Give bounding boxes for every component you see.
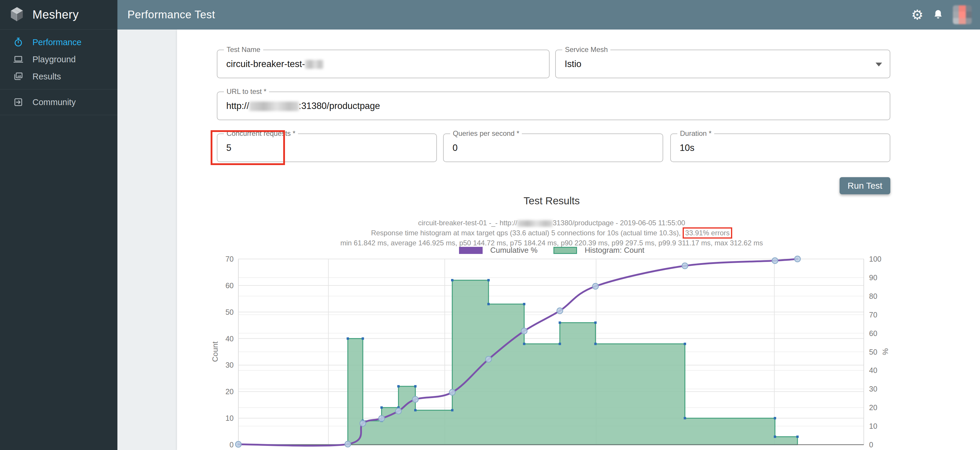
url-prefix: http:// xyxy=(226,101,249,111)
sidebar-item-label: Results xyxy=(32,72,61,81)
test-name-field[interactable]: Test Name circuit-breaker-test- xyxy=(217,49,550,78)
svg-text:30: 30 xyxy=(869,385,877,393)
timer-icon xyxy=(13,37,24,48)
test-name-label: Test Name xyxy=(224,45,263,54)
duration-value: 10s xyxy=(680,143,694,153)
user-avatar[interactable] xyxy=(953,5,972,24)
annotation-box-concurrent-requests xyxy=(211,130,285,165)
svg-text:20: 20 xyxy=(225,388,234,396)
svg-text:30: 30 xyxy=(225,361,234,369)
results-chart-svg: 0102030405060700102030405060708090100Cou… xyxy=(200,253,915,450)
svg-text:80: 80 xyxy=(869,292,877,300)
brand[interactable]: Meshery xyxy=(0,0,118,30)
service-mesh-select[interactable]: Service Mesh Istio xyxy=(555,49,890,78)
sidebar-item-label: Playground xyxy=(32,54,76,64)
meshery-app: Meshery Performance Playground xyxy=(0,0,980,450)
annotation-box-errors: 33.91% errors xyxy=(682,227,732,239)
sidebar-item-playground[interactable]: Playground xyxy=(0,51,118,68)
legend-swatch-cumulative xyxy=(459,247,483,254)
page-title: Performance Test xyxy=(118,8,215,21)
svg-text:0: 0 xyxy=(869,440,873,449)
svg-text:50: 50 xyxy=(869,348,877,356)
sidebar: Meshery Performance Playground xyxy=(0,0,118,450)
exit-to-app-icon xyxy=(13,97,24,107)
sidebar-item-label: Community xyxy=(32,97,76,107)
legend-swatch-histogram xyxy=(554,247,577,254)
svg-text:20: 20 xyxy=(869,403,877,412)
results-chart: 0102030405060700102030405060708090100Cou… xyxy=(200,253,915,450)
svg-text:50: 50 xyxy=(225,308,234,316)
svg-text:70: 70 xyxy=(225,255,234,263)
sidebar-divider xyxy=(0,89,118,89)
meshery-logo-icon xyxy=(9,6,25,23)
redacted-text xyxy=(517,220,552,227)
service-mesh-label: Service Mesh xyxy=(562,45,610,54)
svg-text:40: 40 xyxy=(225,335,234,343)
run-test-button[interactable]: Run Test xyxy=(840,177,890,194)
svg-text:60: 60 xyxy=(869,329,877,337)
results-line2: Response time histogram at max target qp… xyxy=(189,227,915,239)
qps-label: Queries per second * xyxy=(450,129,522,137)
results-title: Test Results xyxy=(189,195,915,207)
qps-field[interactable]: Queries per second * 0 xyxy=(443,134,663,162)
redacted-text xyxy=(305,60,323,69)
test-name-value: circuit-breaker-test- xyxy=(226,59,305,69)
url-label: URL to test * xyxy=(224,88,269,96)
test-results-section: Test Results circuit-breaker-test-01 -_-… xyxy=(189,195,915,247)
brand-name: Meshery xyxy=(32,8,79,21)
svg-text:10: 10 xyxy=(225,414,234,422)
svg-text:%: % xyxy=(881,348,890,355)
svg-text:100: 100 xyxy=(869,255,881,263)
notifications-bell-icon[interactable] xyxy=(932,9,944,21)
svg-text:60: 60 xyxy=(225,281,234,290)
url-field[interactable]: URL to test * http://:31380/productpage xyxy=(217,91,890,120)
redacted-text xyxy=(249,102,299,111)
qps-value: 0 xyxy=(453,143,458,153)
settings-gear-icon[interactable]: ⚙ xyxy=(911,8,923,22)
sidebar-item-community[interactable]: Community xyxy=(0,94,118,111)
sidebar-item-performance[interactable]: Performance xyxy=(0,34,118,51)
chevron-down-icon xyxy=(875,62,882,67)
svg-text:0: 0 xyxy=(229,440,234,449)
laptop-icon xyxy=(13,54,24,65)
results-line1: circuit-breaker-test-01 -_- http://31380… xyxy=(189,219,915,227)
svg-text:10: 10 xyxy=(869,422,877,430)
url-suffix: :31380/productpage xyxy=(299,101,380,111)
results-summary: circuit-breaker-test-01 -_- http://31380… xyxy=(189,219,915,247)
duration-field[interactable]: Duration * 10s xyxy=(670,134,890,162)
photo-library-icon xyxy=(13,71,24,82)
sidebar-item-results[interactable]: Results xyxy=(0,68,118,85)
app-header: Performance Test ⚙ xyxy=(118,0,980,30)
duration-label: Duration * xyxy=(677,129,714,137)
sidebar-item-label: Performance xyxy=(32,37,81,47)
svg-text:90: 90 xyxy=(869,273,877,282)
service-mesh-value: Istio xyxy=(565,59,581,69)
svg-text:40: 40 xyxy=(869,366,877,374)
svg-text:70: 70 xyxy=(869,311,877,319)
svg-text:Count: Count xyxy=(211,341,220,362)
